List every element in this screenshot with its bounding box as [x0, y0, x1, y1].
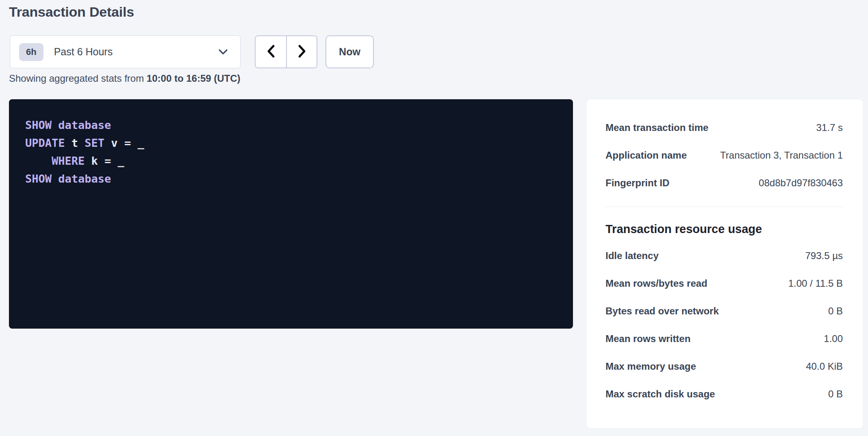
- resource-usage-rows: Idle latency793.5 µsMean rows/bytes read…: [605, 242, 843, 408]
- time-range-label: Past 6 Hours: [54, 46, 113, 58]
- summary-rows: Mean transaction time31.7 sApplication n…: [605, 114, 843, 197]
- summary-row-label: Fingerprint ID: [605, 177, 669, 189]
- chevron-down-icon: [218, 49, 228, 55]
- sql-keyword: UPDATE: [25, 137, 65, 149]
- transaction-summary-card: Mean transaction time31.7 sApplication n…: [586, 99, 863, 428]
- summary-row: Fingerprint ID08d8b7d97f830463: [605, 169, 843, 197]
- sql-text: k = _: [85, 155, 124, 167]
- chevron-left-icon: [267, 44, 276, 59]
- chevron-right-icon: [297, 44, 306, 59]
- summary-row-label: Mean rows written: [605, 333, 690, 344]
- sql-text: t: [65, 137, 85, 149]
- sql-line: UPDATE t SET v = _: [25, 134, 557, 152]
- sql-text: v = _: [104, 137, 144, 149]
- previous-time-range-button[interactable]: [256, 36, 286, 68]
- subtitle-prefix: Showing aggregated stats from: [9, 73, 147, 84]
- sql-keyword: WHERE: [52, 155, 85, 167]
- summary-row: Mean rows/bytes read1.00 / 11.5 B: [605, 270, 843, 297]
- summary-row-label: Max scratch disk usage: [605, 388, 715, 400]
- summary-row: Max scratch disk usage0 B: [605, 380, 843, 408]
- summary-row: Max memory usage40.0 KiB: [605, 353, 843, 380]
- sql-text: [52, 172, 58, 185]
- time-range-badge: 6h: [19, 43, 43, 61]
- sql-keyword: SHOW: [25, 119, 52, 131]
- summary-row-value: 1.00 / 11.5 B: [788, 278, 843, 289]
- summary-row-value: Transaction 3, Transaction 1: [720, 150, 843, 161]
- content-row: SHOW databaseUPDATE t SET v = _ WHERE k …: [9, 99, 863, 428]
- summary-row-value: 0 B: [828, 388, 843, 400]
- time-step-button-group: [255, 35, 317, 68]
- sql-keyword: SHOW: [25, 172, 52, 185]
- summary-row-value: 08d8b7d97f830463: [759, 177, 843, 189]
- summary-row-label: Mean transaction time: [605, 122, 708, 133]
- summary-row: Mean transaction time31.7 s: [605, 114, 843, 142]
- summary-row-label: Max memory usage: [605, 361, 696, 372]
- summary-row-value: 40.0 KiB: [806, 361, 843, 372]
- next-time-range-button[interactable]: [286, 36, 317, 68]
- time-picker-controls: 6h Past 6 Hours: [10, 35, 374, 68]
- now-button[interactable]: Now: [326, 35, 374, 68]
- summary-row: Bytes read over network0 B: [605, 297, 843, 325]
- summary-row: Idle latency793.5 µs: [605, 242, 843, 270]
- sql-text: [25, 155, 52, 167]
- sql-text: [52, 119, 58, 131]
- aggregation-range-subtitle: Showing aggregated stats from 10:00 to 1…: [9, 72, 241, 85]
- sql-statement-box: SHOW databaseUPDATE t SET v = _ WHERE k …: [9, 99, 573, 329]
- sql-line: SHOW database: [25, 116, 557, 134]
- resource-usage-heading: Transaction resource usage: [605, 222, 843, 236]
- sql-keyword: database: [58, 172, 111, 185]
- summary-row-label: Mean rows/bytes read: [605, 278, 707, 289]
- summary-row-value: 793.5 µs: [805, 250, 843, 262]
- sql-keyword: database: [58, 119, 111, 131]
- card-divider: [605, 207, 843, 207]
- sql-keyword: SET: [85, 137, 104, 149]
- summary-row-value: 1.00: [824, 333, 843, 344]
- time-range-dropdown[interactable]: 6h Past 6 Hours: [10, 35, 241, 68]
- summary-row: Mean rows written1.00: [605, 325, 843, 353]
- summary-row-value: 0 B: [828, 305, 843, 317]
- transaction-details-page: Transaction Details 6h Past 6 Hours: [0, 0, 868, 436]
- subtitle-range: 10:00 to 16:59 (UTC): [147, 73, 241, 84]
- page-title: Transaction Details: [9, 4, 134, 20]
- summary-row-label: Application name: [605, 150, 687, 161]
- summary-row-value: 31.7 s: [816, 122, 843, 133]
- sql-line: WHERE k = _: [25, 152, 557, 170]
- summary-row-label: Bytes read over network: [605, 305, 719, 317]
- sql-line: SHOW database: [25, 170, 557, 188]
- summary-row-label: Idle latency: [605, 250, 659, 262]
- summary-row: Application nameTransaction 3, Transacti…: [605, 142, 843, 169]
